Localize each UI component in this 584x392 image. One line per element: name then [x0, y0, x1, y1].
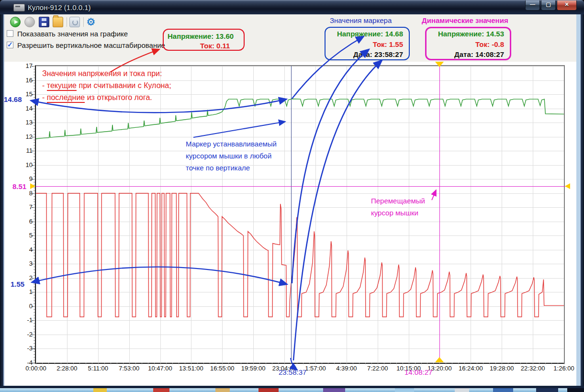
y-axis-labels: 17161514131211109876543210-1-2-3-4 — [10, 66, 33, 363]
mouse-cursor-horizontal-line[interactable] — [36, 186, 565, 187]
x-tick-label: 1:57:00 — [305, 365, 326, 372]
y-tick-label: -3 — [27, 345, 33, 352]
minimize-button[interactable]: — — [525, 0, 540, 11]
checkbox-label: Показавать значения на графике — [17, 30, 128, 38]
close-button[interactable]: ✕ — [557, 0, 577, 11]
x-tick-label: 0:00:00 — [25, 365, 46, 372]
chart-series-canvas — [36, 66, 564, 363]
marker-vertical-line[interactable] — [291, 66, 292, 361]
window-title: Кулон-912 (1.0.0.1) — [28, 3, 91, 11]
minimize-icon: — — [526, 1, 539, 7]
dynamic-box-title: Динамические значения — [422, 16, 508, 24]
maximize-icon: ▢ — [541, 1, 555, 8]
marker-date-line: Дата: 23:58:27 — [353, 50, 403, 58]
current-current-line: Ток: 0.11 — [200, 42, 230, 50]
settings-gear-icon[interactable]: ⚙ — [86, 17, 96, 27]
clear-icon[interactable] — [69, 17, 80, 27]
y-tick-label: 9 — [29, 175, 33, 182]
y-tick-label: 0 — [29, 302, 33, 310]
y-tick-label: -2 — [27, 331, 33, 338]
marker-values-box: Напряжение: 14.68 Ток: 1.55 Дата: 23:58:… — [325, 27, 410, 60]
window-border-right — [581, 14, 584, 388]
y-tick-label: 4 — [29, 246, 33, 253]
cursor-time-label: 14:08:27 — [404, 368, 432, 376]
x-tick-label: 10:47:00 — [148, 365, 172, 372]
y-tick-label: -1 — [27, 316, 33, 324]
maximize-button[interactable]: ▢ — [541, 0, 556, 11]
mouse-cursor-vertical-line[interactable] — [439, 66, 440, 362]
dynamic-date-line: Дата: 14:08:27 — [454, 50, 504, 58]
series-Напряжение — [36, 99, 564, 139]
x-tick-label: 16:24:00 — [459, 365, 483, 372]
y-tick-label: 13 — [26, 119, 33, 126]
toolbar-separator — [83, 17, 84, 27]
y-tick-label: 3 — [29, 260, 33, 267]
x-tick-label: 7:53:00 — [119, 365, 139, 372]
y-axis-minor-ticks — [34, 66, 35, 363]
x-tick-label: 13:51:00 — [179, 365, 203, 372]
current-values-box: Напряжение: 13.60 Ток: 0.11 — [163, 29, 245, 51]
checkbox-box[interactable] — [7, 30, 13, 37]
y-tick-label: 6 — [29, 218, 33, 225]
window-border-left — [0, 14, 3, 388]
start-icon[interactable] — [10, 17, 21, 27]
x-tick-label: 19:59:00 — [241, 365, 266, 372]
y-tick-label: 16 — [26, 77, 33, 84]
x-tick-label: 1:26:00 — [553, 365, 574, 372]
desktop: { "window": { "title": "Кулон-912 (1.0.0… — [0, 0, 584, 392]
background-window-sliver — [0, 388, 584, 392]
cursor-level-axis-label: 8.51 — [12, 182, 26, 190]
x-tick-label: 22:32:00 — [521, 365, 545, 372]
open-folder-icon[interactable] — [53, 17, 63, 27]
dynamic-values-box: Напряжение: 14.53 Ток: -0.8 Дата: 14:08:… — [425, 27, 511, 60]
marker-time-label: 23:58:37 — [279, 368, 306, 376]
x-tick-label: 7:22:00 — [367, 365, 388, 372]
title-bar[interactable]: Кулон-912 (1.0.0.1) — ▢ ✕ — [0, 0, 584, 14]
stop-icon[interactable] — [24, 17, 35, 27]
marker-note: Маркер устанвавливаемый курсором мышки в… — [186, 138, 277, 174]
x-tick-label: 5:11:00 — [88, 365, 108, 372]
series-Ток — [36, 193, 564, 317]
marker-voltage-line: Напряжение: 14.68 — [337, 30, 403, 38]
y-tick-label: 10 — [26, 161, 33, 168]
current-voltage-line: Напряжение: 13.60 — [168, 32, 234, 40]
x-tick-label: 19:28:00 — [490, 365, 514, 372]
window-border-right-inner — [576, 14, 581, 386]
y-tick-label: 5 — [29, 232, 33, 239]
x-tick-label: 4:39:00 — [336, 365, 357, 372]
app-icon — [13, 4, 25, 11]
y-tick-label: 8 — [29, 190, 33, 197]
y-tick-label: 1 — [29, 288, 33, 295]
marker-current-axis-label: 1.55 — [11, 280, 24, 288]
y-tick-label: 15 — [26, 90, 33, 98]
y-tick-label: 7 — [29, 203, 33, 211]
cursor-time-bottom-triangle-icon — [435, 357, 444, 362]
dynamic-current-line: Ток: -0.8 — [475, 40, 504, 48]
marker-voltage-axis-label: 14.68 — [4, 95, 22, 103]
window-border-left-inner — [3, 14, 4, 386]
marker-current-line: Ток: 1.55 — [373, 40, 403, 48]
dynamic-voltage-line: Напряжение: 14.53 — [438, 30, 504, 38]
checkbox-box[interactable] — [7, 42, 13, 48]
cursor-note: Перемещаемый курсор мышки — [371, 195, 425, 219]
y-tick-label: 11 — [26, 147, 33, 154]
values-note: Значения напряжения и тока при: - текущи… — [42, 67, 171, 103]
y-tick-label: 17 — [26, 62, 33, 69]
cursor-time-top-triangle-icon — [435, 62, 444, 67]
x-axis-minor-ticks — [36, 363, 564, 364]
y-tick-label: 2 — [29, 274, 33, 281]
toolbar-separator — [67, 17, 67, 27]
cursor-level-left-triangle-icon — [30, 183, 35, 189]
cursor-level-right-triangle-icon — [565, 183, 570, 189]
y-tick-label: 14 — [26, 105, 33, 112]
x-tick-label: 2:28:00 — [56, 365, 77, 372]
checkbox-label: Разрешить вертикальное масштабирование — [17, 41, 165, 49]
save-icon[interactable] — [39, 17, 49, 27]
x-tick-label: 16:55:00 — [210, 365, 235, 372]
close-icon: ✕ — [557, 1, 576, 8]
y-tick-label: 12 — [26, 133, 33, 140]
